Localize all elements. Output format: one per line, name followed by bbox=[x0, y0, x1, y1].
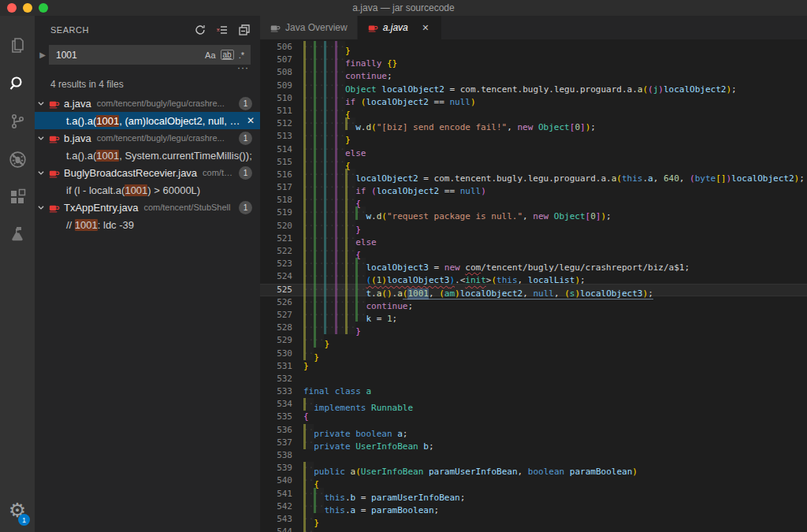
code-line[interactable]: 544··} bbox=[260, 526, 807, 532]
code-line[interactable]: 519············w.d("request package is n… bbox=[260, 206, 807, 219]
code-line[interactable]: 539··public a(UserInfoBean paramUserInfo… bbox=[260, 462, 807, 474]
indent-guide: ·· bbox=[303, 348, 314, 360]
indent-guide: ·· bbox=[324, 54, 334, 66]
search-file-row[interactable]: TxAppEntry.javacom/tencent/StubShell1 bbox=[35, 199, 260, 216]
regex-toggle[interactable]: .* bbox=[236, 50, 247, 61]
java-file-icon bbox=[47, 98, 61, 110]
search-match-row[interactable]: t.a().a(1001, (am)localObject2, null, (s… bbox=[35, 112, 260, 129]
code-line[interactable]: 518··········{ bbox=[260, 194, 807, 206]
indent-guide: ·· bbox=[324, 284, 334, 296]
chevron-down-icon[interactable] bbox=[35, 99, 47, 107]
code-line[interactable]: 528··········} bbox=[260, 322, 807, 334]
chevron-down-icon[interactable] bbox=[35, 203, 47, 211]
code-line[interactable]: 533final class a bbox=[260, 385, 807, 398]
minimize-window-button[interactable] bbox=[23, 3, 32, 13]
collapse-all-icon[interactable] bbox=[238, 24, 251, 36]
line-content: ············k = 1; bbox=[292, 309, 397, 322]
chevron-down-icon[interactable] bbox=[35, 169, 47, 177]
java-file-icon bbox=[47, 132, 61, 144]
line-number: 535 bbox=[260, 411, 292, 423]
code-line[interactable]: 530··} bbox=[260, 348, 807, 360]
search-match-row[interactable]: if (l - localt.a(1001) > 60000L) bbox=[35, 181, 260, 199]
line-number: 540 bbox=[260, 474, 292, 487]
line-number: 511 bbox=[260, 105, 292, 117]
line-number: 529 bbox=[260, 334, 292, 347]
code-line[interactable]: 524············((1)localObject3).<init>(… bbox=[260, 270, 807, 283]
code-line[interactable]: 531} bbox=[260, 360, 807, 373]
tab-a-java[interactable]: a.java ✕ bbox=[358, 16, 441, 39]
source-control-icon[interactable] bbox=[0, 102, 35, 140]
code-line[interactable]: 527············k = 1; bbox=[260, 309, 807, 322]
zoom-window-button[interactable] bbox=[39, 3, 48, 13]
indent-guide: ·· bbox=[303, 105, 314, 117]
code-line[interactable]: 515········{ bbox=[260, 156, 807, 169]
code-line[interactable]: 514········else bbox=[260, 143, 807, 156]
indent-guide: ·· bbox=[303, 398, 314, 411]
indent-guide: ·· bbox=[345, 220, 355, 233]
refresh-icon[interactable] bbox=[194, 24, 206, 36]
search-input[interactable] bbox=[56, 50, 200, 61]
line-content: final class a bbox=[292, 385, 371, 398]
whole-word-toggle[interactable]: ab bbox=[221, 50, 234, 60]
code-line[interactable]: 506········} bbox=[260, 41, 807, 54]
code-line[interactable]: 537··private UserInfoBean b; bbox=[260, 437, 807, 449]
indent-guide: ·· bbox=[324, 296, 334, 309]
search-file-row[interactable]: BuglyBroadcastRecevier.javacom/te...1 bbox=[35, 164, 260, 181]
search-match-row[interactable]: t.a().a(1001, System.currentTimeMillis()… bbox=[35, 147, 260, 164]
search-file-row[interactable]: b.javacom/tencent/bugly/legu/crashre...1 bbox=[35, 129, 260, 147]
toggle-search-details[interactable]: ··· bbox=[35, 65, 260, 74]
code-line[interactable]: 523············localObject3 = new com/te… bbox=[260, 258, 807, 270]
search-match-row[interactable]: // 1001: ldc -39 bbox=[35, 216, 260, 233]
match-text: t.a().a(1001, (am)localObject2, null, (s… bbox=[35, 115, 241, 127]
line-number: 525 bbox=[260, 284, 292, 296]
code-line[interactable]: 534··implements Runnable bbox=[260, 398, 807, 411]
match-text: // 1001: ldc -39 bbox=[35, 219, 260, 231]
code-line[interactable]: 529····} bbox=[260, 334, 807, 347]
debug-icon[interactable] bbox=[0, 140, 35, 178]
extensions-icon[interactable] bbox=[0, 178, 35, 216]
line-content: ··{ bbox=[292, 474, 319, 487]
chevron-down-icon[interactable] bbox=[35, 134, 47, 142]
line-content: ············localObject3 = new com/tence… bbox=[292, 258, 690, 270]
match-case-toggle[interactable]: Aa bbox=[203, 50, 218, 61]
indent-guide: ·· bbox=[303, 41, 314, 54]
code-line[interactable]: 522··········{ bbox=[260, 245, 807, 258]
indent-guide: ·· bbox=[314, 194, 324, 206]
settings-gear-icon[interactable]: ⚙ 1 bbox=[0, 493, 35, 527]
indent-guide: ·· bbox=[314, 169, 324, 181]
code-line-current[interactable]: 525············t.a().a(1001, (am)localOb… bbox=[260, 284, 807, 296]
code-line[interactable]: 536··private boolean a; bbox=[260, 424, 807, 437]
dismiss-match-icon[interactable]: ✕ bbox=[241, 115, 260, 126]
line-number: 542 bbox=[260, 500, 292, 513]
indent-guide: ·· bbox=[324, 220, 334, 233]
code-line[interactable]: 512··········w.d("[biz] send encode fail… bbox=[260, 117, 807, 130]
line-content: ········} bbox=[292, 41, 351, 54]
test-flask-icon[interactable] bbox=[0, 216, 35, 254]
line-content: ············continue; bbox=[292, 296, 413, 309]
close-tab-icon[interactable]: ✕ bbox=[419, 23, 432, 33]
close-window-button[interactable] bbox=[7, 3, 17, 13]
indent-guide: ·· bbox=[303, 270, 314, 283]
code-line[interactable]: 532 bbox=[260, 373, 807, 385]
search-file-row[interactable]: a.javacom/tencent/bugly/legu/crashre...1 bbox=[35, 95, 260, 112]
code-editor[interactable]: 506········}507········finally {}508····… bbox=[260, 39, 807, 532]
code-line[interactable]: 516··········localObject2 = com.tencent.… bbox=[260, 169, 807, 181]
toggle-replace-icon[interactable]: ▶ bbox=[36, 50, 49, 59]
clear-search-results-icon[interactable] bbox=[216, 24, 229, 36]
code-line[interactable]: 511········{ bbox=[260, 105, 807, 117]
indent-guide: ·· bbox=[303, 181, 314, 194]
match-count-badge: 1 bbox=[239, 201, 252, 214]
code-line[interactable]: 542····this.a = paramBoolean; bbox=[260, 500, 807, 513]
explorer-icon[interactable] bbox=[0, 27, 35, 65]
code-line[interactable]: 508········continue; bbox=[260, 66, 807, 79]
code-line[interactable]: 541····this.b = paramUserInfoBean; bbox=[260, 488, 807, 500]
tab-java-overview[interactable]: Java Overview bbox=[260, 16, 357, 39]
java-cup-gray-icon bbox=[270, 22, 281, 33]
search-icon[interactable] bbox=[0, 65, 35, 102]
indent-guide: ·· bbox=[324, 206, 334, 219]
indent-guide: ·· bbox=[345, 296, 355, 309]
code-line[interactable]: 521··········else bbox=[260, 233, 807, 245]
code-line[interactable]: 507········finally {} bbox=[260, 54, 807, 66]
match-count-badge: 1 bbox=[239, 132, 252, 145]
code-line[interactable]: 509········Object localObject2 = com.ten… bbox=[260, 80, 807, 92]
